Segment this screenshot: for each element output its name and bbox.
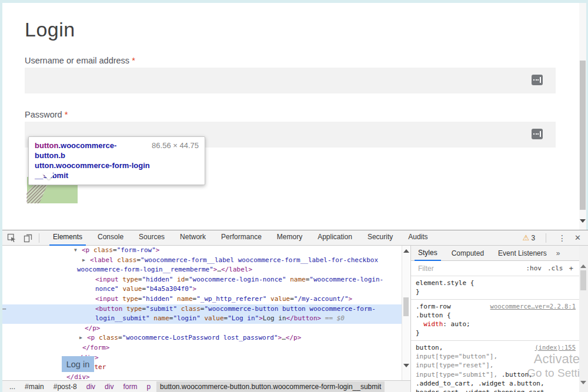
expand-arrow-icon[interactable]: ▼ bbox=[74, 246, 82, 256]
tab-application[interactable]: Application bbox=[314, 230, 356, 244]
scroll-up-arrow-icon[interactable] bbox=[403, 249, 409, 253]
arrow-spacer bbox=[88, 314, 95, 324]
arrow-spacer bbox=[59, 373, 66, 380]
login-button[interactable]: Log in bbox=[62, 356, 94, 372]
tab-memory[interactable]: Memory bbox=[273, 230, 306, 244]
tooltip-tag: button bbox=[35, 141, 58, 150]
breadcrumb-item[interactable]: ... bbox=[9, 383, 15, 391]
tab-sources[interactable]: Sources bbox=[135, 230, 168, 244]
node-overflow-icon[interactable]: ⋯ bbox=[2, 304, 6, 314]
required-asterisk: * bbox=[65, 110, 68, 119]
required-asterisk: * bbox=[132, 56, 135, 65]
browser-viewport: Login Username or email address * Passwo… bbox=[0, 0, 588, 230]
styles-sidebar: StylesComputedEvent Listeners» :hov .cls… bbox=[410, 246, 579, 392]
dom-node-selected[interactable]: ⋯ <button type="submit" class="woocommer… bbox=[0, 304, 402, 314]
dom-node[interactable]: ▶<p class="woocommerce-LostPassword lost… bbox=[0, 333, 402, 343]
scroll-up-arrow-icon[interactable] bbox=[580, 264, 586, 268]
arrow-spacer bbox=[88, 294, 95, 304]
dom-node[interactable]: </div> bbox=[0, 373, 402, 380]
dom-node[interactable]: </form> bbox=[0, 343, 402, 353]
dom-node[interactable]: woocommerce-form-login__rememberme">…</l… bbox=[0, 265, 402, 275]
dom-node[interactable]: </p> bbox=[0, 324, 402, 334]
close-devtools-icon[interactable]: ✕ bbox=[572, 233, 588, 242]
styles-scrollbar-thumb[interactable] bbox=[580, 270, 586, 290]
elements-scrollbar-thumb[interactable] bbox=[403, 297, 409, 316]
tab-security[interactable]: Security bbox=[364, 230, 396, 244]
username-label: Username or email address * bbox=[25, 56, 135, 65]
password-label: Password * bbox=[25, 110, 68, 119]
page-scrollbar-thumb[interactable] bbox=[580, 61, 586, 210]
scroll-down-arrow-icon[interactable] bbox=[580, 381, 586, 384]
dom-node[interactable]: <input type="hidden" id="woocommerce-log… bbox=[0, 275, 402, 285]
breadcrumb-item[interactable]: #post-8 bbox=[54, 383, 77, 391]
css-rule: (index):155button,input[type="button"],i… bbox=[411, 341, 579, 392]
tab-network[interactable]: Network bbox=[176, 230, 209, 244]
arrow-spacer bbox=[69, 265, 77, 275]
tab-performance[interactable]: Performance bbox=[218, 230, 265, 244]
css-rules: element.style {}woocommerce…ver=2.2.8:1.… bbox=[411, 276, 579, 392]
inspect-element-icon[interactable] bbox=[7, 233, 16, 243]
breadcrumb-item[interactable]: button.woocommerce-button.button.woocomm… bbox=[156, 381, 385, 392]
page-scrollbar[interactable] bbox=[579, 3, 586, 230]
dots-glyph bbox=[533, 133, 539, 135]
dom-node[interactable]: ▶<label class="woocommerce-form__label w… bbox=[0, 256, 402, 266]
element-class-toggle[interactable]: .cls bbox=[547, 264, 563, 272]
breadcrumb-item[interactable]: div bbox=[105, 383, 113, 391]
tab-elements[interactable]: Elements bbox=[49, 230, 86, 246]
sidebar-tab-event-listeners[interactable]: Event Listeners bbox=[495, 246, 550, 260]
dom-node[interactable]: ▼<p class="form-row"> bbox=[0, 246, 402, 256]
tab-console[interactable]: Console bbox=[94, 230, 127, 244]
dom-node[interactable]: ::after bbox=[0, 363, 402, 373]
css-rule: woocommerce…ver=2.2.8:1.form-row.button … bbox=[411, 300, 579, 341]
dom-tree: ▼<p class="form-row">▶<label class="wooc… bbox=[0, 246, 402, 380]
password-manager-icon[interactable] bbox=[532, 75, 543, 85]
tooltip-dimensions: 86.56 × 44.75 bbox=[152, 140, 199, 150]
more-tabs-icon[interactable]: » bbox=[556, 249, 560, 257]
styles-filter-row: :hov .cls + bbox=[411, 261, 579, 276]
arrow-spacer bbox=[88, 284, 95, 294]
arrow-spacer bbox=[88, 275, 95, 285]
elements-scrollbar[interactable] bbox=[402, 246, 410, 380]
bar-glyph bbox=[540, 77, 541, 83]
tooltip-arrow bbox=[42, 173, 55, 180]
new-style-rule-button[interactable]: + bbox=[569, 264, 573, 273]
expand-arrow-icon[interactable]: ▶ bbox=[82, 256, 90, 266]
sidebar-tab-computed[interactable]: Computed bbox=[448, 246, 487, 260]
dom-node[interactable]: <input type="hidden" name="_wp_http_refe… bbox=[0, 294, 402, 304]
expand-arrow-icon[interactable]: ▶ bbox=[79, 333, 87, 343]
warning-icon: ⚠ bbox=[523, 233, 530, 242]
password-manager-icon[interactable] bbox=[532, 129, 543, 139]
breadcrumb-item[interactable]: form bbox=[123, 383, 137, 391]
stylesheet-link[interactable]: woocommerce…ver=2.2.8:1 bbox=[490, 302, 576, 311]
dom-node[interactable]: nonce" value="b4a5a304f0"> bbox=[0, 284, 402, 294]
scroll-down-arrow-icon[interactable] bbox=[580, 219, 586, 223]
screenshot-root: Login Username or email address * Passwo… bbox=[0, 0, 588, 392]
breadcrumb-item[interactable]: #main bbox=[25, 383, 44, 391]
breadcrumb: ...#main#post-8divdivformpbutton.woocomm… bbox=[0, 380, 410, 392]
pseudo-state-toggle[interactable]: :hov bbox=[526, 264, 542, 272]
bar-glyph bbox=[540, 131, 541, 137]
scroll-down-arrow-icon[interactable] bbox=[403, 364, 409, 367]
device-toolbar-icon[interactable] bbox=[24, 233, 33, 243]
dom-node[interactable]: </div> bbox=[0, 353, 402, 363]
login-page: Login Username or email address * Passwo… bbox=[2, 3, 579, 230]
styles-filter-input[interactable] bbox=[417, 264, 526, 273]
sidebar-tab-styles[interactable]: Styles bbox=[415, 246, 441, 261]
dom-node-selected[interactable]: login__submit" name="login" value="Log i… bbox=[0, 314, 402, 324]
toolbar-right: ⚠ 3 ⋮ ✕ bbox=[523, 233, 588, 243]
arrow-spacer bbox=[77, 324, 85, 334]
page-title: Login bbox=[25, 18, 75, 41]
more-options-icon[interactable]: ⋮ bbox=[552, 233, 572, 243]
arrow-spacer bbox=[75, 343, 82, 353]
styles-scrollbar[interactable] bbox=[579, 246, 588, 392]
breadcrumb-item[interactable]: div bbox=[86, 383, 95, 391]
breadcrumb-item[interactable]: p bbox=[146, 383, 151, 391]
dots-glyph bbox=[533, 79, 539, 81]
tab-audits[interactable]: Audits bbox=[405, 230, 431, 244]
frame-strip-left bbox=[0, 0, 2, 392]
devtools-toolbar: ElementsConsoleSourcesNetworkPerformance… bbox=[0, 230, 588, 246]
toolbar-separator bbox=[39, 233, 39, 243]
stylesheet-link[interactable]: (index):155 bbox=[534, 343, 576, 352]
username-input[interactable] bbox=[25, 68, 556, 93]
warnings-badge[interactable]: ⚠ 3 bbox=[523, 233, 535, 242]
